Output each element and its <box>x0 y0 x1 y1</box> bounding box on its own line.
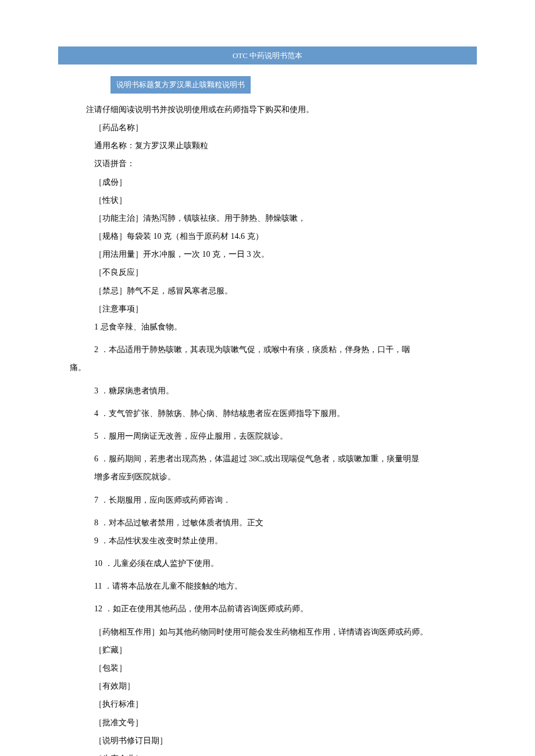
precaution-6-cont: 增多者应到医院就诊。 <box>70 470 465 484</box>
standard: ［执行标准］ <box>70 697 465 711</box>
precaution-7: 7 ．长期服用，应向医师或药师咨询． <box>70 493 465 507</box>
precaution-8: 8 ．对本品过敏者禁用，过敏体质者慎用。正文 <box>70 515 465 530</box>
generic-name: 通用名称：复方罗汉果止咳颗粒 <box>70 138 465 153</box>
header-title: OTC 中药说明书范本 <box>233 51 302 60</box>
properties: ［性状］ <box>70 193 465 207</box>
precaution-12: 12 ．如正在使用其他药品，使用本品前请咨询医师或药师。 <box>70 601 465 616</box>
usage: ［用法用量］开水冲服，一次 10 克，一日 3 次。 <box>70 247 465 261</box>
precaution-3: 3 ．糖尿病患者慎用。 <box>70 384 465 398</box>
intro-line: 注请仔细阅读说明书并按说明使用或在药师指导下购买和使用。 <box>70 102 465 117</box>
precaution-2-cont: 痛。 <box>70 360 465 375</box>
contraindications: ［禁忌］肺气不足，感冒风寒者忌服。 <box>70 284 465 298</box>
subtitle-bar: 说明书标题复方罗汉果止咳颗粒说明书 <box>110 76 251 93</box>
pinyin: 汉语拼音： <box>70 156 465 171</box>
header-bar: OTC 中药说明书范本 <box>58 46 477 65</box>
packaging: ［包装］ <box>70 661 465 675</box>
functions: ［功能主治］清热泻肺，镇咳祛痰。用于肺热、肺燥咳嗽， <box>70 211 465 225</box>
precaution-6: 6 ．服药期间，若患者出现高热，体温超过 38C,或出现喘促气急者，或咳嗽加重，… <box>70 452 465 466</box>
precaution-5: 5 ．服用一周病证无改善，应停止服用，去医院就诊。 <box>70 429 465 443</box>
precaution-4: 4 ．支气管扩张、肺脓疡、肺心病、肺结核患者应在医师指导下服用。 <box>70 406 465 421</box>
spec: ［规格］每袋装 10 克（相当于原药材 14.6 克） <box>70 229 465 243</box>
content: 注请仔细阅读说明书并按说明使用或在药师指导下购买和使用。 ［药品名称］ 通用名称… <box>58 102 477 756</box>
revision: ［说明书修订日期］ <box>70 733 465 748</box>
ingredients: ［成份］ <box>70 175 465 189</box>
adverse: ［不良反应］ <box>70 265 465 280</box>
interaction: ［药物相互作用］如与其他药物同时使用可能会发生药物相互作用，详情请咨询医师或药师… <box>70 625 465 639</box>
precaution-11: 11 ．请将本品放在儿童不能接触的地方。 <box>70 579 465 593</box>
manufacturer: ［生产企业］ <box>70 751 465 756</box>
precaution-9: 9 ．本品性状发生改变时禁止使用。 <box>70 533 465 548</box>
approval: ［批准文号］ <box>70 715 465 730</box>
precaution-2: 2 ．本品适用于肺热咳嗽，其表现为咳嗽气促，或喉中有痰，痰质粘，伴身热，口干，咽 <box>70 342 465 357</box>
storage: ［贮藏］ <box>70 643 465 657</box>
drug-name-label: ［药品名称］ <box>70 120 465 135</box>
precaution-1: 1 忌食辛辣、油腻食物。 <box>70 320 465 334</box>
precaution-10: 10 ．儿童必须在成人监护下使用。 <box>70 556 465 571</box>
precautions-label: ［注意事项］ <box>70 302 465 316</box>
subtitle-text: 说明书标题复方罗汉果止咳颗粒说明书 <box>116 80 245 89</box>
validity: ［有效期］ <box>70 679 465 693</box>
